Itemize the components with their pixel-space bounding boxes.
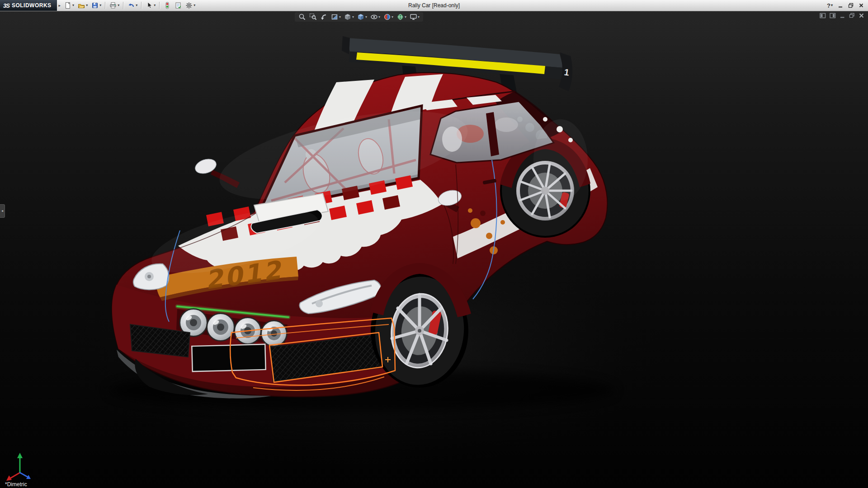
save-button[interactable]: ▾ [90,0,103,10]
rebuild-icon [164,2,171,9]
undo-caret[interactable]: ▾ [136,4,137,7]
document-window-controls [820,13,864,19]
edit-appearance-button[interactable]: ▾ [382,13,394,21]
rebuild-button[interactable] [162,0,173,10]
view-orientation-button[interactable]: ▾ [343,13,355,21]
toolbar-separator [159,2,160,9]
help-glyph: ? [827,2,830,9]
brand-name: SOLIDWORKS [12,2,52,9]
graphics-viewport[interactable]: 1 [0,11,868,488]
toolbar-separator [105,2,106,9]
minimize-icon [838,3,843,8]
apply-scene-caret[interactable]: ▾ [405,15,406,19]
doc-close-button[interactable] [859,13,864,19]
open-button[interactable]: ▾ [76,0,90,10]
edit-appearance-icon [383,13,391,21]
hide-show-items-button[interactable]: ▾ [369,13,381,21]
display-style-button[interactable]: ▾ [356,13,368,21]
previous-view-icon [320,13,328,21]
brand-logo: 3S SOLIDWORKS [0,0,57,11]
help-button[interactable]: ? ▾ [825,2,835,9]
help-caret[interactable]: ▾ [831,4,833,7]
toolbar-separator [123,2,124,9]
options-button[interactable]: ▾ [184,0,197,10]
orientation-label: *Dimetric [5,481,27,488]
pane-left-icon [820,13,826,19]
view-orientation-icon [344,13,352,21]
section-view-caret[interactable]: ▾ [339,15,341,19]
section-view-button[interactable]: ▾ [330,13,342,21]
minimize-button[interactable] [836,1,845,9]
doc-restore-button[interactable] [849,13,855,19]
view-settings-caret[interactable]: ▾ [418,15,420,19]
restore-icon [848,3,854,8]
save-caret[interactable]: ▾ [99,4,101,7]
print-caret[interactable]: ▾ [118,4,119,7]
close-button[interactable] [857,1,866,9]
close-icon [859,3,864,8]
view-settings-button[interactable]: ▾ [409,13,420,21]
select-button[interactable]: ▾ [144,0,157,10]
doc-minimize-button[interactable] [840,13,845,19]
zoom-to-area-button[interactable] [308,13,318,21]
hide-show-items-icon [370,13,378,21]
pane-toggle-right-button[interactable] [830,13,836,19]
file-properties-icon [175,2,182,9]
restore-button[interactable] [846,1,855,9]
new-document-icon [64,2,71,9]
open-icon [78,2,85,9]
toolbar-expand-arrow[interactable]: ▸ [57,3,63,8]
print-button[interactable]: ▾ [108,0,121,10]
apply-scene-icon [396,13,404,21]
zoom-to-fit-button[interactable] [297,13,307,21]
select-cursor-icon [146,2,153,9]
zoom-area-icon [309,13,317,21]
solidworks-window: 3S SOLIDWORKS ▸ ▾ ▾ ▾ ▾ ▾ ▾ [0,0,868,488]
toolbar-separator [141,2,142,9]
options-icon [185,2,193,9]
save-icon [91,2,99,9]
hide-show-caret[interactable]: ▾ [378,15,380,19]
doc-close-icon [859,13,864,19]
open-caret[interactable]: ▾ [86,4,88,7]
options-caret[interactable]: ▾ [193,4,195,7]
display-style-caret[interactable]: ▾ [365,15,367,19]
new-document-caret[interactable]: ▾ [72,4,74,7]
doc-minimize-icon [840,13,845,19]
scene-canvas[interactable]: 1 [0,11,868,488]
view-orientation-caret[interactable]: ▾ [352,15,354,19]
pane-toggle-left-button[interactable] [820,13,826,19]
select-caret[interactable]: ▾ [154,4,156,7]
reference-triad [3,447,39,483]
zoom-fit-icon [298,13,306,21]
license-plate [192,344,265,371]
panel-collapse-handle[interactable]: ◂ [0,204,5,218]
edit-appearance-caret[interactable]: ▾ [392,15,393,19]
apply-scene-button[interactable]: ▾ [396,13,407,21]
brand-prefix: 3S [3,2,9,9]
view-settings-icon [410,13,417,21]
heads-up-toolbar: ▾ ▾ ▾ ▾ ▾ ▾ ▾ [295,12,423,22]
file-properties-button[interactable] [173,0,184,10]
section-view-icon [331,13,339,21]
undo-button[interactable]: ▾ [126,0,139,10]
window-controls: ? ▾ [825,1,868,9]
new-document-button[interactable]: ▾ [62,0,76,10]
undo-icon [127,2,135,9]
titlebar: 3S SOLIDWORKS ▸ ▾ ▾ ▾ ▾ ▾ ▾ [0,0,868,11]
print-icon [109,2,117,9]
previous-view-button[interactable] [319,13,329,21]
doc-restore-icon [849,13,855,19]
pane-right-icon [830,13,836,19]
display-style-icon [357,13,365,21]
